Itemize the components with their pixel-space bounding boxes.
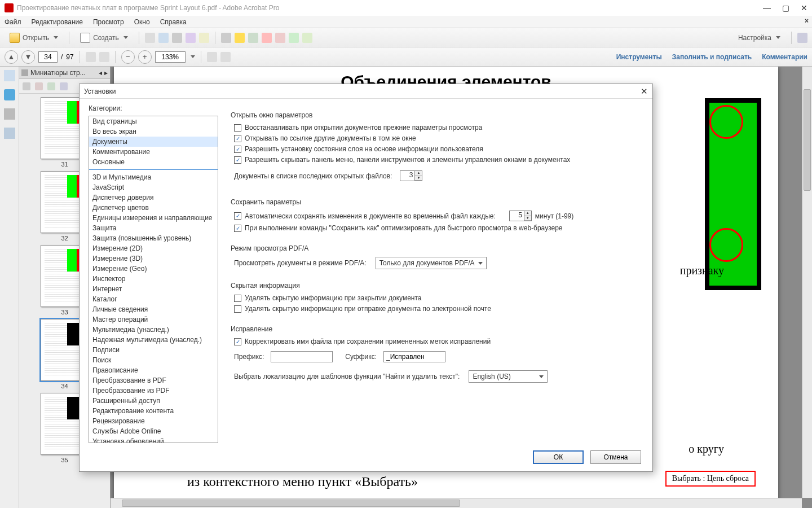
suffix-input[interactable] <box>383 351 445 362</box>
menu-window[interactable]: Окно <box>134 18 150 26</box>
menu-edit[interactable]: Редактирование <box>32 18 83 26</box>
category-item[interactable]: Измерение (Geo) <box>89 264 218 274</box>
category-item[interactable]: Рецензирование <box>89 416 218 426</box>
page-input[interactable] <box>38 51 58 63</box>
pdfa-select[interactable]: Только для документов PDF/A <box>376 257 487 269</box>
stamp-icon[interactable] <box>248 33 258 43</box>
category-item[interactable]: 3D и Мультимедиа <box>89 172 218 182</box>
chk-hidden-email[interactable] <box>234 305 241 313</box>
category-item[interactable]: Единицы измерения и направляющие <box>89 213 218 223</box>
zoom-input[interactable]: 133% <box>155 51 186 63</box>
sign-icon[interactable] <box>275 33 285 43</box>
category-item[interactable]: Во весь экран <box>89 126 218 137</box>
zoom-in-button[interactable]: + <box>138 50 152 64</box>
menu-file[interactable]: Файл <box>5 18 21 26</box>
hand-tool-icon[interactable] <box>99 52 109 62</box>
export-icon[interactable] <box>158 33 169 43</box>
categories-list[interactable]: Вид страницыВо весь экранДокументыКоммен… <box>89 116 218 443</box>
zoom-out-button[interactable]: − <box>121 50 135 64</box>
category-item[interactable]: Каталог <box>89 294 218 304</box>
select-tool-icon[interactable] <box>86 52 96 62</box>
attach-icon[interactable] <box>262 33 272 43</box>
cancel-button[interactable]: Отмена <box>590 450 641 464</box>
category-item[interactable]: Диспетчер цветов <box>89 203 218 213</box>
thumb-tool-3[interactable] <box>47 82 55 90</box>
menu-view[interactable]: Просмотр <box>93 18 124 26</box>
create-button[interactable]: Создать <box>75 30 133 45</box>
chk-fix-filename[interactable] <box>234 338 241 345</box>
minimize-button[interactable]: — <box>763 3 771 12</box>
chk-layer-state[interactable] <box>234 146 241 153</box>
page-up-button[interactable]: ▲ <box>5 50 18 64</box>
thumb-tool-4[interactable] <box>60 82 68 90</box>
prefix-input[interactable] <box>271 351 333 362</box>
thumb-tool-2[interactable] <box>35 82 43 90</box>
recent-input[interactable]: 3▲▼ <box>400 170 422 181</box>
category-item[interactable]: Мультимедиа (унаслед.) <box>89 325 218 335</box>
mail-icon[interactable] <box>199 33 209 43</box>
chk-hidden-close[interactable] <box>234 295 241 302</box>
page-down-button[interactable]: ▼ <box>21 50 35 64</box>
category-item[interactable]: Редактирование контента <box>89 406 218 416</box>
category-item[interactable]: Документы <box>89 137 218 147</box>
chk-restore[interactable] <box>234 124 241 132</box>
ok-button[interactable]: ОК <box>533 450 584 464</box>
share-icon[interactable] <box>186 33 196 43</box>
chk-fast-web[interactable] <box>234 225 241 232</box>
open-button[interactable]: Открыть <box>5 30 63 45</box>
link-comments[interactable]: Комментарии <box>762 53 807 61</box>
print-icon[interactable] <box>172 33 182 43</box>
category-item[interactable]: Комментирование <box>89 147 218 157</box>
category-item[interactable]: Вид страницы <box>89 116 218 126</box>
link-tools[interactable]: Инструменты <box>616 53 662 61</box>
category-item[interactable]: Защита (повышенный уровень) <box>89 233 218 243</box>
comment-icon[interactable] <box>235 33 245 43</box>
fit-width-icon[interactable] <box>220 52 231 62</box>
signatures-tab-icon[interactable] <box>4 128 15 139</box>
category-item[interactable]: Диспетчер доверия <box>89 192 218 203</box>
dialog-close-icon[interactable]: ✕ <box>641 86 648 97</box>
category-item[interactable]: Правописание <box>89 365 218 375</box>
category-item[interactable]: Установка обновлений <box>89 436 218 443</box>
category-item[interactable]: JavaScript <box>89 182 218 192</box>
document-close-icon[interactable]: × <box>805 17 809 25</box>
thumbnails-tab-icon[interactable] <box>4 70 15 81</box>
category-item[interactable]: Мастер операций <box>89 314 218 325</box>
category-item[interactable]: Инспектор <box>89 274 218 284</box>
category-item[interactable]: Преобразование в PDF <box>89 375 218 386</box>
category-item[interactable]: Личные сведения <box>89 304 218 314</box>
maximize-button[interactable]: ▢ <box>782 3 789 12</box>
expand-icon[interactable] <box>797 33 807 43</box>
thumb-tool-1[interactable] <box>23 82 30 90</box>
save-icon[interactable] <box>145 33 155 43</box>
edit-icon[interactable] <box>302 33 312 43</box>
category-item[interactable]: Интернет <box>89 284 218 294</box>
scrollbar-horizontal[interactable] <box>111 498 802 508</box>
category-item[interactable]: Преобразование из PDF <box>89 386 218 396</box>
category-item[interactable]: Измерение (3D) <box>89 253 218 264</box>
chevron-down-icon[interactable] <box>191 55 195 58</box>
bookmark-tab-icon[interactable] <box>4 89 15 100</box>
category-item[interactable]: Защита <box>89 223 218 233</box>
gear-icon[interactable] <box>221 33 231 43</box>
customize-button[interactable]: Настройка <box>733 32 785 44</box>
fit-page-icon[interactable] <box>207 52 217 62</box>
close-button[interactable]: ✕ <box>801 3 807 12</box>
form-icon[interactable] <box>289 33 299 43</box>
category-item[interactable]: Основные <box>89 157 218 167</box>
link-fill-sign[interactable]: Заполнить и подписать <box>672 53 752 61</box>
category-item[interactable]: Измерение (2D) <box>89 243 218 253</box>
locale-select[interactable]: English (US) <box>469 370 548 383</box>
attachments-tab-icon[interactable] <box>4 108 15 120</box>
chk-autosave[interactable] <box>234 212 241 220</box>
menu-help[interactable]: Справка <box>160 18 187 26</box>
autosave-input[interactable]: 5▲▼ <box>509 211 532 221</box>
chk-same-window[interactable] <box>234 135 241 142</box>
category-item[interactable]: Службы Adobe Online <box>89 426 218 436</box>
scrollbar-vertical[interactable] <box>802 67 812 498</box>
category-item[interactable]: Надежная мультимедиа (унаслед.) <box>89 335 218 345</box>
chk-hide-menu[interactable] <box>234 156 241 164</box>
category-item[interactable]: Подписи <box>89 345 218 355</box>
category-item[interactable]: Расширенный доступ <box>89 396 218 406</box>
category-item[interactable]: Поиск <box>89 355 218 365</box>
